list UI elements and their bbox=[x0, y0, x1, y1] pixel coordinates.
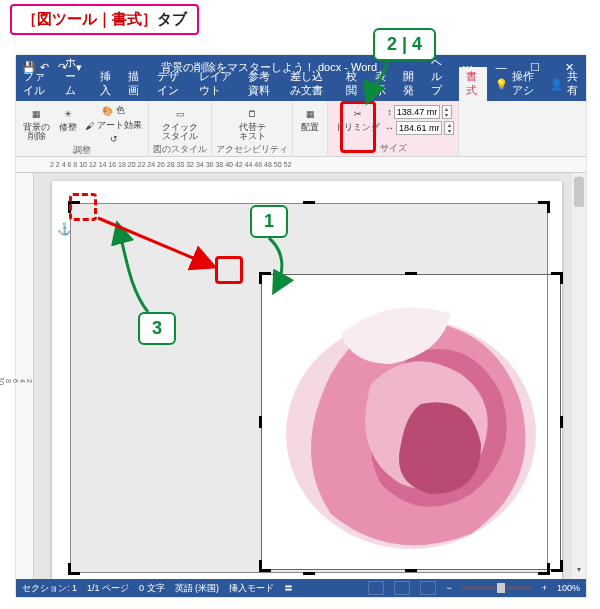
quick-styles-button[interactable]: ▭ クイック スタイル bbox=[159, 103, 201, 144]
ribbon-group-arrange: ▦ 配置 bbox=[293, 101, 328, 156]
zoom-out-button[interactable]: − bbox=[446, 583, 451, 593]
width-icon: ↔ bbox=[385, 123, 394, 133]
flower-image[interactable] bbox=[271, 284, 551, 560]
highlight-old-crop-handle bbox=[69, 193, 97, 221]
width-spinner[interactable]: ▴▾ bbox=[444, 121, 454, 135]
tutorial-tab-prefix: ［図ツール｜ bbox=[22, 10, 112, 27]
arrange-icon: ▦ bbox=[300, 105, 320, 123]
shape-height-field[interactable]: ↕ ▴▾ bbox=[387, 105, 452, 119]
tab-developer[interactable]: 開発 bbox=[396, 67, 424, 101]
highlight-new-crop-handle bbox=[215, 256, 243, 284]
callout-2-4: 2 | 4 bbox=[373, 28, 436, 61]
ribbon-tabs: ファイル ホーム 挿入 描画 デザイン レイアウト 参考資料 差し込み文書 校閲… bbox=[16, 79, 586, 101]
outer-handle-br[interactable] bbox=[534, 559, 550, 575]
height-spinner[interactable]: ▴▾ bbox=[442, 105, 452, 119]
tab-draw[interactable]: 描画 bbox=[121, 67, 149, 101]
reset-icon: ↺ bbox=[110, 134, 118, 144]
styles-group-label: 図のスタイル bbox=[153, 144, 207, 157]
highlight-crop-button bbox=[340, 101, 376, 153]
document-page[interactable]: ⚓ bbox=[52, 181, 562, 579]
remove-bg-icon: ▦ bbox=[27, 105, 47, 123]
status-track[interactable]: 〓 bbox=[284, 582, 293, 595]
artistic-effects-button[interactable]: 🖌アート効果 bbox=[83, 118, 144, 133]
status-section[interactable]: セクション: 1 bbox=[22, 582, 77, 595]
tab-view[interactable]: 表示 bbox=[368, 67, 396, 101]
reset-picture-button[interactable]: ↺ bbox=[108, 133, 120, 145]
accessibility-group-label: アクセシビリティ bbox=[216, 144, 288, 157]
tab-references[interactable]: 参考資料 bbox=[241, 67, 283, 101]
tab-format[interactable]: 書式 bbox=[459, 67, 487, 101]
height-icon: ↕ bbox=[387, 107, 392, 117]
tell-me[interactable]: 💡操作アシ bbox=[487, 67, 542, 101]
height-input[interactable] bbox=[394, 105, 440, 119]
view-read-button[interactable] bbox=[368, 581, 384, 595]
size-group-label: サイズ bbox=[380, 143, 407, 156]
ribbon-group-styles: ▭ クイック スタイル 図のスタイル bbox=[149, 101, 212, 156]
artistic-icon: 🖌 bbox=[85, 121, 94, 131]
callout-1: 1 bbox=[250, 205, 288, 238]
zoom-level[interactable]: 100% bbox=[557, 583, 580, 593]
status-bar: セクション: 1 1/1 ページ 0 文字 英語 (米国) 挿入モード 〓 − … bbox=[16, 579, 586, 597]
adjust-group-label: 調整 bbox=[73, 145, 91, 158]
tutorial-tab-label: ［図ツール｜書式］タブ］タブ bbox=[10, 4, 199, 35]
picture-selection[interactable]: ⚓ bbox=[70, 203, 548, 573]
zoom-slider[interactable] bbox=[462, 586, 532, 590]
tab-insert[interactable]: 挿入 bbox=[93, 67, 121, 101]
corrections-button[interactable]: ☀ 修整 bbox=[55, 103, 81, 145]
ruler-horizontal[interactable]: 2 2 4 6 8 10 12 14 16 18 20 22 24 26 28 … bbox=[16, 157, 586, 173]
outer-handle-t[interactable] bbox=[301, 201, 317, 217]
callout-3: 3 bbox=[138, 312, 176, 345]
color-button[interactable]: 🎨色 bbox=[100, 103, 127, 118]
share-icon: 👤 bbox=[550, 78, 563, 91]
outer-handle-b[interactable] bbox=[301, 559, 317, 575]
word-window: 💾 ↶ ↷ ▾ 背景の削除をマスターしよう！.docx - Word ⋯ — ☐… bbox=[16, 55, 586, 597]
tab-file[interactable]: ファイル bbox=[16, 67, 58, 101]
ribbon-group-accessibility: 🗒 代替テ キスト アクセシビリティ bbox=[212, 101, 293, 156]
tab-mailings[interactable]: 差し込み文書 bbox=[283, 67, 339, 101]
shape-width-field[interactable]: ↔ ▴▾ bbox=[385, 121, 454, 135]
anchor-icon: ⚓ bbox=[57, 222, 72, 236]
alt-text-icon: 🗒 bbox=[242, 105, 262, 123]
zoom-in-button[interactable]: + bbox=[542, 583, 547, 593]
ribbon: ▦ 背景の 削除 ☀ 修整 🎨色 🖌アート効果 ↺ 調整 ▭ クイック スタイル bbox=[16, 101, 586, 157]
scroll-thumb[interactable] bbox=[574, 177, 584, 207]
quick-styles-icon: ▭ bbox=[170, 105, 190, 123]
view-web-button[interactable] bbox=[420, 581, 436, 595]
tutorial-tab-main: 書式 bbox=[112, 10, 142, 27]
remove-background-button[interactable]: ▦ 背景の 削除 bbox=[20, 103, 53, 145]
width-input[interactable] bbox=[396, 121, 442, 135]
color-icon: 🎨 bbox=[102, 106, 113, 116]
status-page[interactable]: 1/1 ページ bbox=[87, 582, 129, 595]
corrections-icon: ☀ bbox=[58, 105, 78, 123]
tab-design[interactable]: デザイン bbox=[150, 67, 192, 101]
document-area: 246810121416182022 bbox=[16, 173, 586, 579]
outer-handle-tr[interactable] bbox=[534, 201, 550, 217]
outer-handle-bl[interactable] bbox=[68, 559, 84, 575]
status-mode[interactable]: 挿入モード bbox=[229, 582, 274, 595]
share-button[interactable]: 👤共有 bbox=[542, 67, 586, 101]
scroll-down-icon[interactable]: ▾ bbox=[572, 565, 586, 579]
tab-home[interactable]: ホーム bbox=[58, 53, 93, 101]
status-words[interactable]: 0 文字 bbox=[139, 582, 165, 595]
ribbon-group-adjust: ▦ 背景の 削除 ☀ 修整 🎨色 🖌アート効果 ↺ 調整 bbox=[16, 101, 149, 156]
lightbulb-icon: 💡 bbox=[495, 78, 508, 91]
tab-layout[interactable]: レイアウト bbox=[192, 67, 241, 101]
ruler-vertical[interactable]: 246810121416182022 bbox=[16, 173, 34, 579]
tab-review[interactable]: 校閲 bbox=[339, 67, 367, 101]
alt-text-button[interactable]: 🗒 代替テ キスト bbox=[236, 103, 269, 144]
scrollbar-vertical[interactable]: ▴ ▾ bbox=[572, 173, 586, 579]
status-lang[interactable]: 英語 (米国) bbox=[175, 582, 220, 595]
view-print-button[interactable] bbox=[394, 581, 410, 595]
arrange-button[interactable]: ▦ 配置 bbox=[297, 103, 323, 134]
